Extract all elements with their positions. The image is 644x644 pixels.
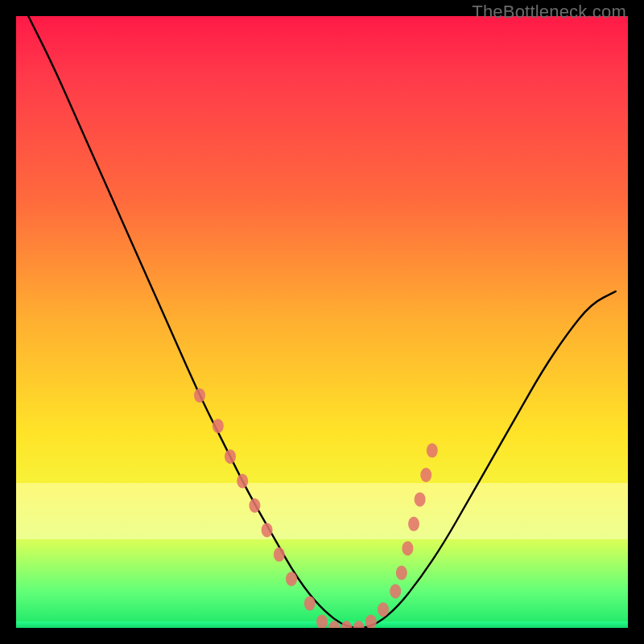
marker-dot (420, 468, 431, 482)
curve-layer (16, 16, 628, 628)
marker-dot (427, 444, 438, 458)
marker-dot (262, 522, 273, 537)
chart-frame (16, 16, 628, 628)
marker-dot (213, 419, 224, 433)
marker-dot (378, 602, 389, 617)
marker-dot (415, 492, 426, 506)
marker-dot (304, 597, 316, 611)
marker-dot (194, 388, 205, 402)
marker-dot (341, 621, 352, 628)
marker-dot (249, 498, 260, 513)
bottleneck-curve (28, 16, 616, 628)
marker-dot (408, 517, 419, 531)
marker-dot (225, 449, 236, 464)
marker-dot (274, 547, 285, 562)
marker-dot (365, 614, 377, 628)
watermark-text: TheBottleneck.com (472, 2, 626, 23)
marker-group (194, 388, 438, 628)
marker-dot (390, 584, 401, 598)
marker-dot (402, 541, 413, 555)
marker-dot (353, 621, 365, 628)
marker-dot (237, 474, 248, 489)
marker-dot (316, 614, 328, 628)
marker-dot (286, 572, 297, 586)
marker-dot (396, 566, 407, 580)
